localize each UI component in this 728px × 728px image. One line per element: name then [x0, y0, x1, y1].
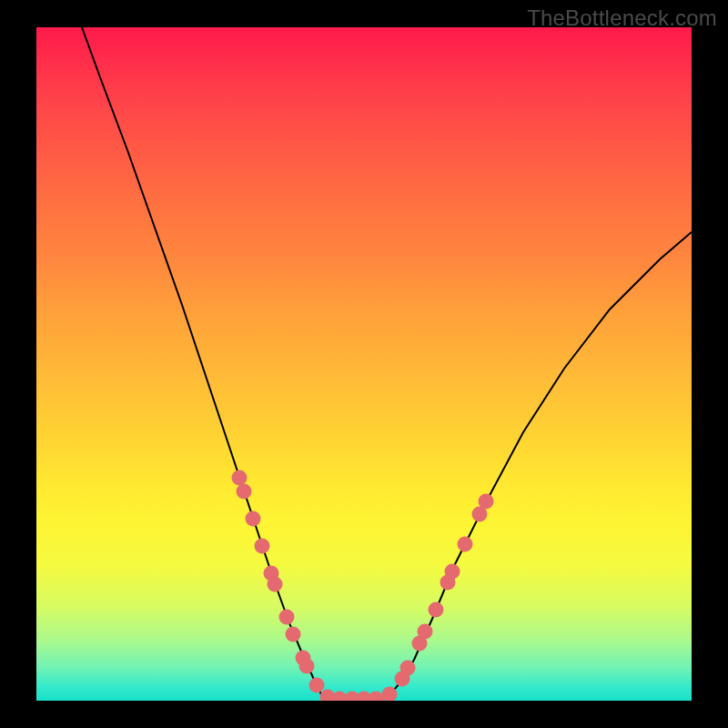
marker-dot	[400, 661, 416, 676]
marker-dot	[246, 511, 261, 527]
marker-dot	[279, 610, 295, 625]
chart-svg	[36, 27, 692, 701]
bottleneck-curve	[82, 27, 692, 699]
marker-dot	[299, 659, 315, 674]
marker-dot	[309, 678, 325, 693]
marker-dot	[445, 564, 460, 580]
marker-dot	[268, 577, 283, 592]
plot-area	[36, 27, 692, 701]
marker-dot	[232, 470, 248, 486]
marker-dot	[237, 484, 252, 500]
marker-dot	[479, 494, 494, 510]
marker-group	[232, 470, 494, 702]
marker-dot	[418, 624, 433, 640]
marker-dot	[369, 692, 384, 702]
marker-dot	[429, 602, 444, 618]
marker-dot	[286, 627, 301, 642]
marker-dot	[458, 537, 473, 552]
outer-frame: TheBottleneck.com	[0, 0, 728, 728]
marker-dot	[255, 539, 270, 554]
